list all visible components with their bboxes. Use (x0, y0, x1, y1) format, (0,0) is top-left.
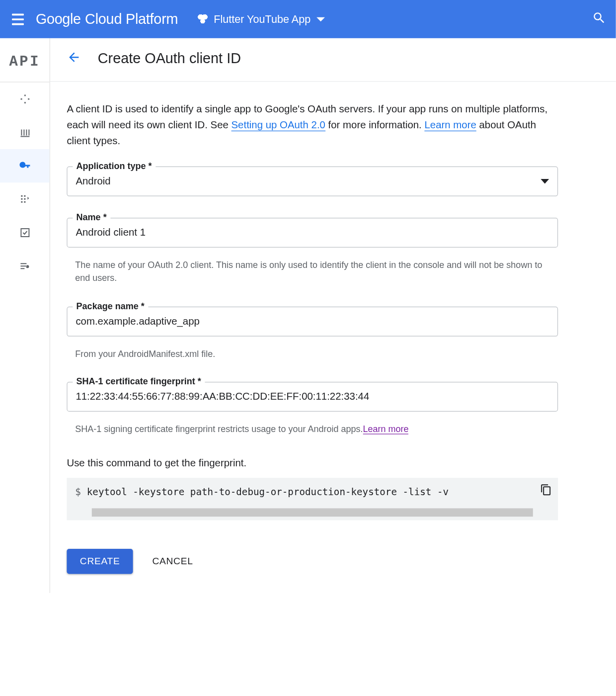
command-box: $ keytool -keystore path-to-debug-or-pro… (67, 478, 558, 520)
name-field: Name * (67, 217, 558, 247)
command-text: keytool -keystore path-to-debug-or-produ… (87, 486, 449, 497)
cancel-button[interactable]: CANCEL (152, 556, 193, 567)
brand-cloud-platform: Cloud Platform (85, 11, 178, 28)
project-icon (197, 14, 208, 25)
sidebar-item-dashboard[interactable] (0, 83, 50, 116)
sha1-input[interactable] (76, 391, 549, 403)
page-description: A client ID is used to identify a single… (67, 101, 558, 150)
package-name-field: Package name * (67, 306, 558, 336)
application-type-label: Application type * (73, 160, 155, 170)
name-input[interactable] (76, 226, 549, 238)
application-type-field[interactable]: Application type * Android (67, 166, 558, 196)
sidebar-item-verification[interactable] (0, 216, 50, 249)
command-hint: Use this command to get the fingerprint. (67, 457, 558, 469)
link-learn-more[interactable]: Learn more (424, 119, 476, 131)
chevron-down-icon (316, 17, 325, 21)
sidebar-item-library[interactable] (0, 116, 50, 149)
brand-google: Google (36, 11, 81, 28)
create-button[interactable]: CREATE (67, 548, 133, 573)
package-name-input[interactable] (76, 315, 549, 327)
copy-icon[interactable] (537, 484, 552, 498)
horizontal-scrollbar[interactable] (92, 508, 533, 517)
page-header: Create OAuth client ID (50, 38, 616, 82)
chevron-down-icon (540, 178, 549, 183)
project-name: Flutter YouTube App (214, 13, 310, 25)
project-selector[interactable]: Flutter YouTube App (197, 13, 325, 25)
package-name-label: Package name * (73, 300, 148, 310)
sha1-help: SHA-1 signing certificate fingerprint re… (67, 417, 558, 436)
application-type-value: Android (76, 175, 540, 187)
brand: Google Cloud Platform (36, 11, 178, 28)
back-arrow-icon[interactable] (67, 50, 81, 67)
sha1-field: SHA-1 certificate fingerprint * (67, 382, 558, 412)
package-name-help: From your AndroidManifest.xml file. (67, 341, 558, 360)
name-help: The name of your OAuth 2.0 client. This … (67, 252, 558, 285)
sidebar-title: API (0, 45, 50, 82)
sha1-learn-more-link[interactable]: Learn more (363, 424, 409, 435)
menu-icon[interactable] (9, 11, 26, 27)
sidebar: API (0, 38, 50, 593)
command-prompt: $ (75, 486, 81, 497)
search-icon[interactable] (592, 11, 607, 28)
sidebar-item-credentials[interactable] (0, 149, 50, 182)
app-header: Google Cloud Platform Flutter YouTube Ap… (0, 0, 616, 38)
name-label: Name * (73, 211, 110, 221)
link-oauth-setup[interactable]: Setting up OAuth 2.0 (231, 119, 325, 131)
sha1-label: SHA-1 certificate fingerprint * (73, 376, 204, 386)
sidebar-item-consent[interactable] (0, 182, 50, 216)
page-title: Create OAuth client ID (98, 50, 241, 67)
sidebar-item-settings[interactable] (0, 250, 50, 283)
